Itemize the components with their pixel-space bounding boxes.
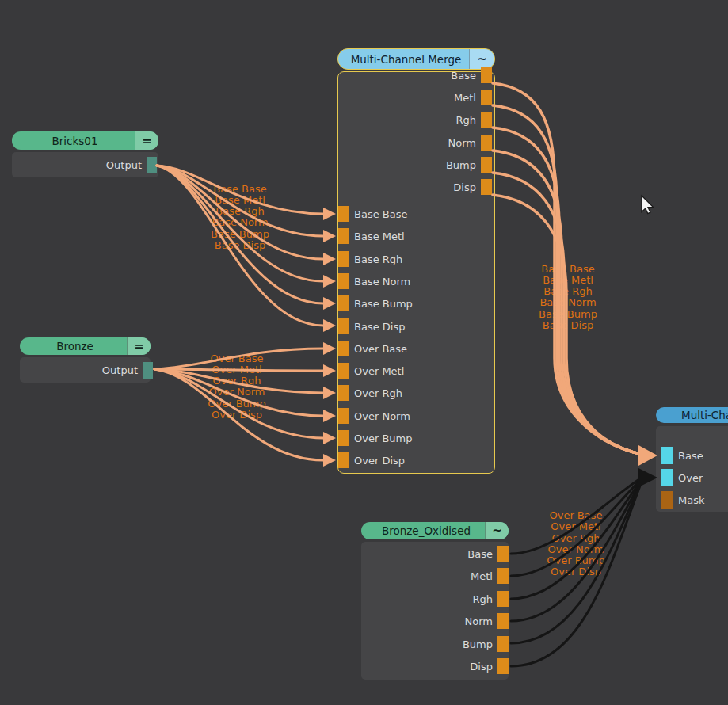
node-title: Multi-Channel Merge xyxy=(681,409,728,421)
wire-arrowhead xyxy=(323,364,336,377)
node-bricks01[interactable]: Bricks01 = Output xyxy=(12,131,158,179)
node-header-bronze-oxidised[interactable]: Bronze_Oxidised ~ xyxy=(361,522,509,539)
output-port-row: Base xyxy=(467,545,509,562)
input-port-row: Over Bump xyxy=(338,429,412,447)
menu-icon: = xyxy=(142,134,152,148)
input-port[interactable] xyxy=(338,295,349,311)
output-port-row: Metl xyxy=(471,567,509,585)
port-label: Over Base xyxy=(354,343,407,355)
wire-label: Base Norm xyxy=(539,297,596,308)
node-title: Bronze_Oxidised xyxy=(382,524,471,537)
wire-arrowhead xyxy=(323,253,336,265)
collapse-icon: ~ xyxy=(492,524,502,538)
output-port[interactable] xyxy=(481,179,492,195)
output-port[interactable] xyxy=(497,658,509,674)
wire-label: Over Base xyxy=(210,353,263,364)
input-port[interactable] xyxy=(338,363,349,379)
output-port-row: Output xyxy=(102,361,153,379)
node-header-multi-channel-merge-2[interactable]: Multi-Channel Merge xyxy=(656,407,728,423)
wire-label: Over Bump xyxy=(547,555,604,566)
input-port[interactable] xyxy=(661,491,673,509)
node-bronze-oxidised[interactable]: Bronze_Oxidised ~ Base Metl Rgh Norm Bum… xyxy=(361,522,509,680)
port-label: Over Bump xyxy=(354,433,412,444)
output-port[interactable] xyxy=(147,157,157,173)
port-label: Over xyxy=(678,472,703,484)
port-label: Over Rgh xyxy=(354,387,402,399)
output-port[interactable] xyxy=(497,591,509,607)
input-port[interactable] xyxy=(338,452,349,468)
wire-arrowhead xyxy=(638,468,657,487)
node-menu-button[interactable]: = xyxy=(127,337,151,355)
port-label: Bump xyxy=(463,638,493,650)
output-port[interactable] xyxy=(497,613,509,629)
input-port-row: Base Norm xyxy=(338,272,410,290)
output-port-row: Rgh xyxy=(455,111,492,128)
input-port[interactable] xyxy=(338,430,349,446)
output-port[interactable] xyxy=(497,636,509,652)
wire-arrowhead xyxy=(638,445,657,466)
input-port[interactable] xyxy=(338,273,349,289)
input-port-row: Over Disp xyxy=(338,452,405,469)
collapse-icon: ~ xyxy=(477,52,487,67)
port-label: Over Metl xyxy=(354,365,404,377)
node-multi-channel-merge-2[interactable]: Multi-Channel Merge Base Over Mask xyxy=(656,407,728,514)
output-port[interactable] xyxy=(481,90,492,105)
node-multi-channel-merge[interactable]: Multi-Channel Merge ~ Base Metl Rgh Norm… xyxy=(337,48,495,476)
output-port[interactable] xyxy=(143,362,153,379)
port-label: Metl xyxy=(471,570,493,582)
wire-label: Over Rgh xyxy=(552,533,600,544)
input-port[interactable] xyxy=(338,251,349,267)
output-port[interactable] xyxy=(497,568,509,584)
input-port-row: Base Rgh xyxy=(338,250,402,268)
output-port[interactable] xyxy=(481,157,492,173)
mouse-cursor xyxy=(642,196,654,214)
node-bronze[interactable]: Bronze = Output xyxy=(20,337,151,385)
node-header-bricks01[interactable]: Bricks01 = xyxy=(12,131,158,150)
input-port-row: Over Norm xyxy=(338,407,410,425)
input-port-row: Mask xyxy=(661,491,704,509)
port-label: Output xyxy=(106,159,142,171)
node-menu-button[interactable]: = xyxy=(135,131,158,150)
port-label: Disp xyxy=(470,661,493,673)
wire-label: Base Rgh xyxy=(215,206,264,217)
menu-icon: = xyxy=(134,339,144,353)
input-port[interactable] xyxy=(338,206,349,222)
node-graph-canvas[interactable]: { "nodes": { "bricks": { "title": "Brick… xyxy=(0,0,728,705)
wire-arrowhead xyxy=(323,432,336,444)
input-port[interactable] xyxy=(338,228,349,244)
wire-label: Over Metl xyxy=(551,521,600,532)
wire-label: Over Norm xyxy=(209,387,265,398)
wire-label: Base Norm xyxy=(212,217,268,228)
wire-arrowhead xyxy=(323,342,336,355)
output-port-row: Disp xyxy=(470,657,509,675)
node-header-bronze[interactable]: Bronze = xyxy=(20,337,151,355)
input-port[interactable] xyxy=(338,318,349,334)
input-port[interactable] xyxy=(661,447,673,464)
wire-label: Over Metl xyxy=(212,364,261,375)
output-port-row: Bump xyxy=(463,635,509,653)
port-label: Rgh xyxy=(472,593,493,605)
output-port[interactable] xyxy=(481,112,492,128)
output-port[interactable] xyxy=(481,67,492,83)
port-label: Base Base xyxy=(354,208,407,220)
port-label: Rgh xyxy=(455,114,476,126)
output-port[interactable] xyxy=(497,546,509,562)
node-collapse-button[interactable]: ~ xyxy=(485,522,509,539)
port-label: Base xyxy=(678,450,703,462)
port-label: Base xyxy=(467,548,493,560)
input-port-row: Base Base xyxy=(338,205,407,223)
output-port[interactable] xyxy=(481,135,492,151)
output-port-row: Rgh xyxy=(472,590,509,608)
port-label: Base Disp xyxy=(354,321,405,333)
input-port-row: Over Metl xyxy=(338,362,404,379)
wire-label: Base Metl xyxy=(215,195,265,206)
input-port[interactable] xyxy=(338,341,349,356)
input-port[interactable] xyxy=(661,469,673,486)
wire-arrowhead xyxy=(323,319,336,332)
output-port-row: Bump xyxy=(446,156,492,173)
input-port[interactable] xyxy=(338,408,349,424)
input-port[interactable] xyxy=(338,385,349,401)
wire-label: Base Base xyxy=(541,264,594,275)
port-label: Bump xyxy=(446,159,476,171)
wire-arrowhead xyxy=(323,275,336,288)
